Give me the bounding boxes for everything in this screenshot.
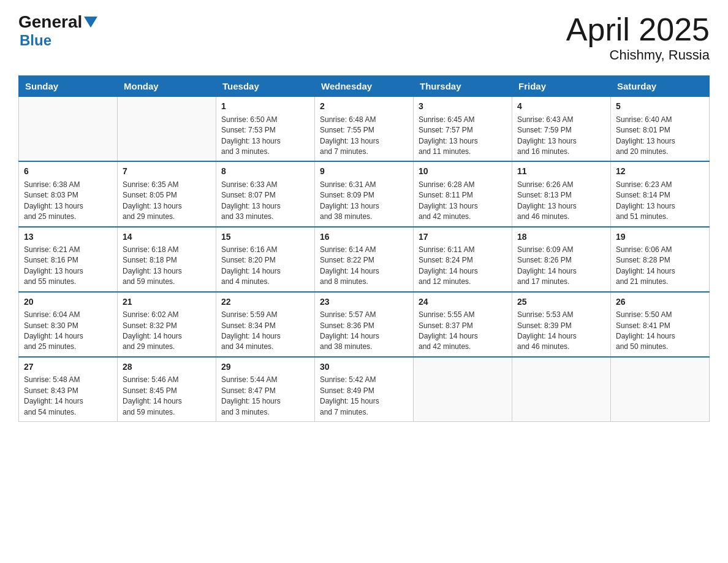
col-monday: Monday	[118, 76, 216, 97]
calendar-week-row: 20Sunrise: 6:04 AM Sunset: 8:30 PM Dayli…	[19, 292, 710, 357]
day-number: 28	[123, 361, 211, 373]
calendar-day-cell: 12Sunrise: 6:23 AM Sunset: 8:14 PM Dayli…	[611, 161, 710, 226]
day-number: 17	[419, 231, 507, 243]
calendar-day-cell: 9Sunrise: 6:31 AM Sunset: 8:09 PM Daylig…	[315, 161, 414, 226]
logo: General Blue	[18, 12, 97, 49]
calendar-day-cell: 2Sunrise: 6:48 AM Sunset: 7:55 PM Daylig…	[315, 97, 414, 162]
day-info: Sunrise: 6:38 AM Sunset: 8:03 PM Dayligh…	[24, 180, 112, 223]
calendar-day-cell: 11Sunrise: 6:26 AM Sunset: 8:13 PM Dayli…	[512, 161, 611, 226]
day-number: 21	[123, 296, 211, 308]
day-number: 30	[320, 361, 408, 373]
day-number: 23	[320, 296, 408, 308]
calendar-day-cell: 29Sunrise: 5:44 AM Sunset: 8:47 PM Dayli…	[216, 357, 315, 422]
page-header: General Blue April 2025 Chishmy, Russia	[18, 12, 710, 63]
day-number: 6	[24, 166, 112, 178]
calendar-table: Sunday Monday Tuesday Wednesday Thursday…	[18, 75, 710, 422]
day-number: 3	[419, 101, 507, 113]
logo-general-text: General	[18, 12, 82, 32]
logo-blue-text: Blue	[20, 32, 51, 48]
calendar-day-cell: 10Sunrise: 6:28 AM Sunset: 8:11 PM Dayli…	[414, 161, 512, 226]
calendar-day-cell: 23Sunrise: 5:57 AM Sunset: 8:36 PM Dayli…	[315, 292, 414, 357]
day-info: Sunrise: 5:46 AM Sunset: 8:45 PM Dayligh…	[123, 375, 211, 418]
calendar-day-cell	[414, 357, 512, 422]
day-number: 5	[616, 101, 704, 113]
calendar-day-cell: 3Sunrise: 6:45 AM Sunset: 7:57 PM Daylig…	[414, 97, 512, 162]
calendar-day-cell: 17Sunrise: 6:11 AM Sunset: 8:24 PM Dayli…	[414, 227, 512, 292]
day-number: 25	[517, 296, 605, 308]
day-info: Sunrise: 5:57 AM Sunset: 8:36 PM Dayligh…	[320, 310, 408, 353]
day-number: 16	[320, 231, 408, 243]
day-info: Sunrise: 6:16 AM Sunset: 8:20 PM Dayligh…	[221, 245, 309, 288]
day-number: 29	[221, 361, 309, 373]
calendar-day-cell: 14Sunrise: 6:18 AM Sunset: 8:18 PM Dayli…	[118, 227, 216, 292]
day-number: 20	[24, 296, 112, 308]
day-number: 18	[517, 231, 605, 243]
day-info: Sunrise: 5:55 AM Sunset: 8:37 PM Dayligh…	[419, 310, 507, 353]
calendar-day-cell: 25Sunrise: 5:53 AM Sunset: 8:39 PM Dayli…	[512, 292, 611, 357]
col-wednesday: Wednesday	[315, 76, 414, 97]
day-info: Sunrise: 5:59 AM Sunset: 8:34 PM Dayligh…	[221, 310, 309, 353]
calendar-day-cell: 7Sunrise: 6:35 AM Sunset: 8:05 PM Daylig…	[118, 161, 216, 226]
calendar-day-cell: 1Sunrise: 6:50 AM Sunset: 7:53 PM Daylig…	[216, 97, 315, 162]
calendar-day-cell: 4Sunrise: 6:43 AM Sunset: 7:59 PM Daylig…	[512, 97, 611, 162]
day-info: Sunrise: 6:33 AM Sunset: 8:07 PM Dayligh…	[221, 180, 309, 223]
col-sunday: Sunday	[19, 76, 118, 97]
col-friday: Friday	[512, 76, 611, 97]
day-number: 2	[320, 101, 408, 113]
title-block: April 2025 Chishmy, Russia	[566, 12, 710, 63]
day-info: Sunrise: 6:18 AM Sunset: 8:18 PM Dayligh…	[123, 245, 211, 288]
day-info: Sunrise: 6:14 AM Sunset: 8:22 PM Dayligh…	[320, 245, 408, 288]
calendar-day-cell	[19, 97, 118, 162]
calendar-day-cell: 27Sunrise: 5:48 AM Sunset: 8:43 PM Dayli…	[19, 357, 118, 422]
day-number: 13	[24, 231, 112, 243]
day-number: 22	[221, 296, 309, 308]
col-tuesday: Tuesday	[216, 76, 315, 97]
calendar-day-cell: 15Sunrise: 6:16 AM Sunset: 8:20 PM Dayli…	[216, 227, 315, 292]
day-info: Sunrise: 5:42 AM Sunset: 8:49 PM Dayligh…	[320, 375, 408, 418]
calendar-title: April 2025	[566, 12, 710, 47]
calendar-day-cell	[118, 97, 216, 162]
calendar-week-row: 27Sunrise: 5:48 AM Sunset: 8:43 PM Dayli…	[19, 357, 710, 422]
day-info: Sunrise: 6:45 AM Sunset: 7:57 PM Dayligh…	[419, 115, 507, 158]
col-saturday: Saturday	[611, 76, 710, 97]
calendar-day-cell: 18Sunrise: 6:09 AM Sunset: 8:26 PM Dayli…	[512, 227, 611, 292]
calendar-day-cell: 26Sunrise: 5:50 AM Sunset: 8:41 PM Dayli…	[611, 292, 710, 357]
day-number: 24	[419, 296, 507, 308]
day-info: Sunrise: 6:23 AM Sunset: 8:14 PM Dayligh…	[616, 180, 704, 223]
logo-arrow-icon	[84, 17, 97, 30]
day-number: 10	[419, 166, 507, 178]
col-thursday: Thursday	[414, 76, 512, 97]
day-info: Sunrise: 6:50 AM Sunset: 7:53 PM Dayligh…	[221, 115, 309, 158]
day-info: Sunrise: 6:06 AM Sunset: 8:28 PM Dayligh…	[616, 245, 704, 288]
svg-marker-0	[84, 17, 97, 28]
day-info: Sunrise: 6:43 AM Sunset: 7:59 PM Dayligh…	[517, 115, 605, 158]
calendar-header-row: Sunday Monday Tuesday Wednesday Thursday…	[19, 76, 710, 97]
day-number: 9	[320, 166, 408, 178]
day-info: Sunrise: 5:53 AM Sunset: 8:39 PM Dayligh…	[517, 310, 605, 353]
day-number: 27	[24, 361, 112, 373]
calendar-subtitle: Chishmy, Russia	[566, 47, 710, 63]
calendar-day-cell: 16Sunrise: 6:14 AM Sunset: 8:22 PM Dayli…	[315, 227, 414, 292]
day-info: Sunrise: 6:48 AM Sunset: 7:55 PM Dayligh…	[320, 115, 408, 158]
calendar-week-row: 1Sunrise: 6:50 AM Sunset: 7:53 PM Daylig…	[19, 97, 710, 162]
day-number: 14	[123, 231, 211, 243]
calendar-day-cell: 5Sunrise: 6:40 AM Sunset: 8:01 PM Daylig…	[611, 97, 710, 162]
calendar-day-cell: 6Sunrise: 6:38 AM Sunset: 8:03 PM Daylig…	[19, 161, 118, 226]
day-number: 4	[517, 101, 605, 113]
calendar-day-cell	[611, 357, 710, 422]
calendar-day-cell: 8Sunrise: 6:33 AM Sunset: 8:07 PM Daylig…	[216, 161, 315, 226]
calendar-day-cell: 21Sunrise: 6:02 AM Sunset: 8:32 PM Dayli…	[118, 292, 216, 357]
calendar-day-cell	[512, 357, 611, 422]
calendar-day-cell: 13Sunrise: 6:21 AM Sunset: 8:16 PM Dayli…	[19, 227, 118, 292]
day-number: 11	[517, 166, 605, 178]
day-number: 19	[616, 231, 704, 243]
day-info: Sunrise: 6:35 AM Sunset: 8:05 PM Dayligh…	[123, 180, 211, 223]
day-info: Sunrise: 6:04 AM Sunset: 8:30 PM Dayligh…	[24, 310, 112, 353]
day-number: 15	[221, 231, 309, 243]
calendar-week-row: 13Sunrise: 6:21 AM Sunset: 8:16 PM Dayli…	[19, 227, 710, 292]
day-info: Sunrise: 5:50 AM Sunset: 8:41 PM Dayligh…	[616, 310, 704, 353]
calendar-day-cell: 19Sunrise: 6:06 AM Sunset: 8:28 PM Dayli…	[611, 227, 710, 292]
calendar-day-cell: 24Sunrise: 5:55 AM Sunset: 8:37 PM Dayli…	[414, 292, 512, 357]
day-number: 7	[123, 166, 211, 178]
day-info: Sunrise: 6:09 AM Sunset: 8:26 PM Dayligh…	[517, 245, 605, 288]
